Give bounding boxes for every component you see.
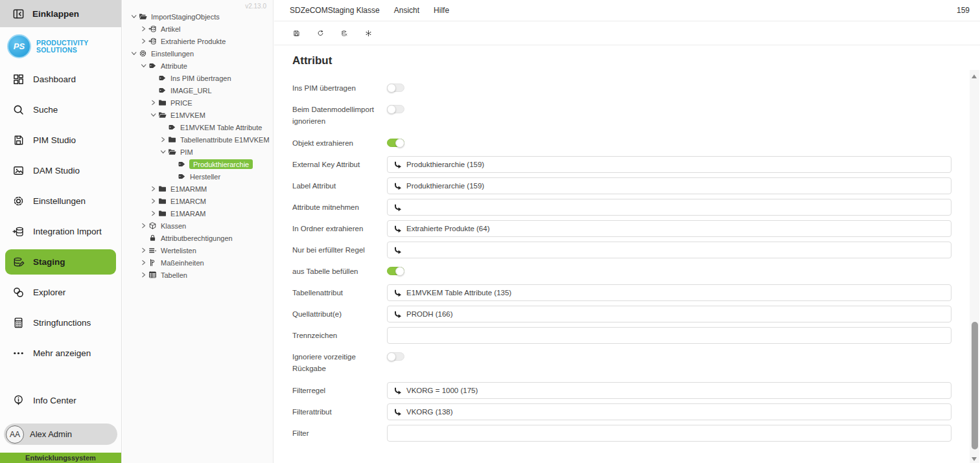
tree-item-attribute[interactable]: Attribute [122, 60, 273, 72]
db-delete-button[interactable] [336, 25, 353, 42]
ref-arrow-icon [393, 161, 402, 168]
external-key-attribut-field[interactable]: Produkthierarchie (159) [387, 156, 951, 173]
tree-item-pim[interactable]: PIM [122, 146, 273, 158]
chevron-right-icon[interactable] [140, 38, 148, 45]
tree-item-ins-pim-bertragen[interactable]: Ins PIM übertragen [122, 72, 273, 84]
record-count: 159 [957, 6, 970, 15]
sidebar-item-label: PIM Studio [33, 135, 76, 145]
sidebar-item-info-center[interactable]: Info Center [0, 385, 121, 416]
toggle-knob [387, 105, 396, 114]
sidebar-item-dam-studio[interactable]: DAM Studio [0, 155, 121, 186]
trennzeichen-field[interactable] [387, 327, 951, 344]
sidebar-item-label: DAM Studio [33, 166, 80, 175]
extract-nodes-button[interactable] [360, 25, 377, 42]
tree-item-label: E1MVKEM Table Attribute [179, 124, 262, 131]
form-row-objekt-extrahieren: Objekt extrahieren [292, 135, 951, 152]
collapse-sidebar-button[interactable]: Einklappen [0, 0, 121, 27]
scroll-down-icon[interactable] [972, 457, 977, 461]
save-button[interactable] [288, 25, 305, 42]
tree-item-e1mvkem[interactable]: E1MVKEM [122, 109, 273, 121]
chevron-right-icon[interactable] [140, 271, 148, 278]
ins-pim-bertragen-toggle[interactable] [387, 84, 404, 92]
chevron-down-icon[interactable] [130, 50, 139, 57]
form-row-quellattribut-e: Quellattribut(e)PRODH (166) [292, 306, 951, 322]
filter-field[interactable] [387, 425, 951, 442]
sidebar-item-suche[interactable]: Suche [0, 95, 121, 125]
tree-item-produkthierarchie[interactable]: Produkthierarchie [122, 158, 273, 170]
sidebar-item-einstellungen[interactable]: Einstellungen [0, 186, 121, 216]
chevron-right-icon[interactable] [140, 259, 148, 266]
chevron-down-icon[interactable] [159, 148, 168, 155]
sidebar-item-pim-studio[interactable]: PIM Studio [0, 125, 121, 155]
sidebar-item-stringfunctions[interactable]: Stringfunctions [0, 308, 121, 338]
box-icon [148, 221, 159, 230]
form-label: Ins PIM übertragen [292, 80, 387, 94]
chevron-right-icon[interactable] [150, 185, 158, 192]
tree-item-tabellenattribute-e1mvkem[interactable]: Tabellenattribute E1MVKEM [122, 133, 273, 146]
sidebar-item-mehr-anzeigen[interactable]: Mehr anzeigen [0, 338, 121, 368]
form-label: Ignoriere vorzeitige Rückgabe [292, 348, 387, 374]
tabellenattribut-field[interactable]: E1MVKEM Table Attribute (135) [387, 284, 951, 301]
chevron-right-icon[interactable] [140, 25, 148, 32]
chevron-down-icon[interactable] [140, 62, 148, 69]
objekt-extrahieren-toggle[interactable] [387, 139, 404, 147]
tree-item-artikel[interactable]: Artikel [122, 23, 273, 35]
tree-item-ma-einheiten[interactable]: Maßeinheiten [122, 256, 273, 269]
vertical-scrollbar[interactable] [970, 70, 979, 463]
tree-item-e1mvkem-table-attribute[interactable]: E1MVKEM Table Attribute [122, 121, 273, 133]
ref-arrow-icon [393, 225, 402, 232]
menu-sdzecomstaging-klasse[interactable]: SDZeCOMStaging Klasse [290, 6, 380, 15]
in-ordner-extrahieren-field[interactable]: Extrahierte Produkte (64) [387, 220, 951, 237]
sidebar-item-integration-import[interactable]: Integration Import [0, 216, 121, 247]
chevron-right-icon[interactable] [140, 222, 148, 229]
toolbar [274, 21, 980, 45]
beim-datenmodellimport-ignorieren-toggle[interactable] [387, 105, 404, 113]
quellattribut-e-field[interactable]: PRODH (166) [387, 306, 951, 322]
tag-icon [168, 123, 179, 131]
tree-item-hersteller[interactable]: Hersteller [122, 170, 273, 183]
ignoriere-vorzeitige-r-ckgabe-toggle[interactable] [387, 352, 404, 361]
scroll-up-icon[interactable] [972, 74, 977, 78]
form-row-beim-datenmodellimport-ignorieren: Beim Datenmodellimport ignorieren [292, 101, 951, 127]
chevron-right-icon[interactable] [140, 247, 148, 254]
tree-item-e1marmm[interactable]: E1MARMM [122, 183, 273, 195]
tree-item-label: E1MARAM [169, 210, 205, 218]
tree-item-e1marcm[interactable]: E1MARCM [122, 195, 273, 207]
tree-item-image-url[interactable]: IMAGE_URL [122, 84, 273, 96]
menu-ansicht[interactable]: Ansicht [394, 6, 419, 15]
chevron-down-icon[interactable] [150, 111, 158, 119]
filterregel-field[interactable]: VKORG = 1000 (175) [387, 382, 951, 399]
chevron-right-icon[interactable] [150, 99, 158, 106]
tree-item-einstellungen[interactable]: Einstellungen [122, 47, 273, 60]
refresh-button[interactable] [312, 25, 329, 42]
chevron-right-icon[interactable] [159, 136, 168, 143]
menu-hilfe[interactable]: Hilfe [434, 6, 449, 15]
tree-list: ImportStagingObjectsArtikelExtrahierte P… [122, 10, 273, 281]
chevron-right-icon[interactable] [150, 210, 158, 217]
filterattribut-field[interactable]: VKORG (138) [387, 403, 951, 420]
tree-panel: v2.13.0 ImportStagingObjectsArtikelExtra… [122, 0, 274, 463]
chevron-down-icon[interactable] [130, 13, 139, 20]
tree-item-e1maram[interactable]: E1MARAM [122, 207, 273, 220]
tree-item-attributberechtigungen[interactable]: Attributberechtigungen [122, 232, 273, 244]
db-delete-icon [340, 30, 349, 37]
sidebar-item-staging[interactable]: Staging [5, 249, 116, 275]
tree-item-importstagingobjects[interactable]: ImportStagingObjects [122, 10, 273, 23]
attribute-mitnehmen-field[interactable] [387, 199, 951, 216]
tree-item-extrahierte-produkte[interactable]: Extrahierte Produkte [122, 35, 273, 47]
chevron-right-icon[interactable] [150, 198, 158, 205]
field-value: VKORG (138) [406, 408, 453, 416]
user-menu[interactable]: AA Alex Admin [4, 423, 117, 445]
label-attribut-field[interactable]: Produkthierarchie (159) [387, 177, 951, 194]
tree-item-wertelisten[interactable]: Wertelisten [122, 244, 273, 256]
tree-item-price[interactable]: PRICE [122, 96, 273, 109]
toggle-knob [395, 139, 404, 148]
sidebar-item-explorer[interactable]: Explorer [0, 277, 121, 308]
nur-bei-erf-llter-regel-field[interactable] [387, 242, 951, 258]
refresh-icon [316, 30, 325, 37]
tree-item-klassen[interactable]: Klassen [122, 220, 273, 232]
sidebar-item-dashboard[interactable]: Dashboard [0, 64, 121, 95]
scrollbar-thumb[interactable] [972, 322, 978, 449]
aus-tabelle-bef-llen-toggle[interactable] [387, 267, 404, 275]
tree-item-tabellen[interactable]: Tabellen [122, 269, 273, 281]
